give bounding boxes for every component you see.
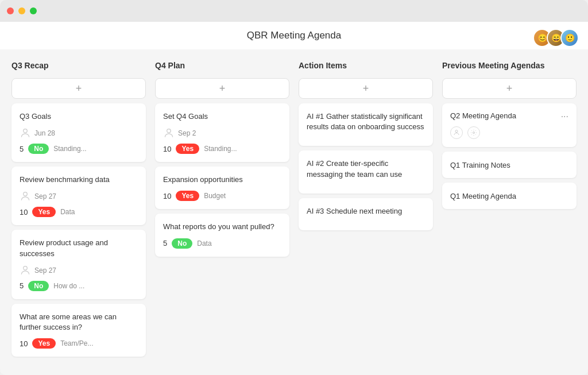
card-q2-meeting: Q2 Meeting Agenda ··· — [442, 103, 577, 147]
svg-point-0 — [24, 129, 28, 133]
person-icon-4 — [163, 127, 175, 139]
q3-goals-tag: Standing... — [53, 145, 86, 153]
card-ai-2: AI #2 Create tier-specific messaging the… — [299, 150, 433, 193]
app-window: QBR Meeting Agenda 😊 😄 🙂 Q3 Recap + Q3 G… — [0, 0, 588, 375]
q1-training-title: Q1 Training Notes — [450, 161, 510, 169]
maximize-button[interactable] — [30, 7, 37, 14]
q4-goals-priority: 10 — [163, 145, 171, 153]
card-benchmarking-bottom: 10 Yes Data — [20, 207, 138, 217]
reports-tag: Data — [197, 239, 211, 248]
person-icon — [20, 127, 31, 139]
card-q3-goals-bottom: 5 No Standing... — [20, 144, 138, 154]
reports-title: What reports do you want pulled? — [163, 222, 281, 232]
q3-goals-date: Jun 28 — [34, 129, 55, 137]
svg-point-2 — [24, 266, 28, 270]
expansion-badge: Yes — [176, 191, 199, 201]
prev-agendas-header: Previous Meeting Agendas — [442, 61, 577, 70]
minimize-button[interactable] — [18, 7, 25, 14]
card-q3-goals-meta: Jun 28 — [20, 127, 138, 139]
benchmarking-tag: Data — [60, 208, 75, 216]
q4-goals-tag: Standing... — [204, 145, 237, 153]
avatar-3: 🙂 — [560, 29, 579, 47]
q1-meeting-title: Q1 Meeting Agenda — [450, 192, 516, 200]
ai-1-title: AI #1 Gather statistically significant r… — [307, 111, 425, 132]
set-q4-goals-title: Set Q4 Goals — [163, 111, 281, 122]
card-areas-success: What are some areas we can further succe… — [11, 304, 146, 357]
q2-meeting-title: Q2 Meeting Agenda — [450, 111, 516, 120]
column-q3-recap: Q3 Recap + Q3 Goals Jun 28 5 No Standing… — [11, 61, 146, 357]
reports-priority: 5 — [163, 239, 167, 248]
titlebar — [0, 0, 588, 22]
card-expansion-bottom: 10 Yes Budget — [163, 191, 281, 201]
board: Q3 Recap + Q3 Goals Jun 28 5 No Standing… — [11, 61, 577, 357]
person-icon-3 — [20, 265, 31, 276]
column-action-items: Action Items + AI #1 Gather statisticall… — [299, 61, 433, 230]
q2-settings-icon — [467, 126, 480, 139]
page-title-bar: QBR Meeting Agenda 😊 😄 🙂 — [0, 22, 588, 49]
svg-point-1 — [24, 192, 28, 196]
review-benchmarking-title: Review benchmarking data — [20, 175, 138, 185]
card-reports-bottom: 5 No Data — [163, 238, 281, 249]
ai-3-title: AI #3 Schedule next meeting — [307, 206, 425, 217]
card-q1-training: Q1 Training Notes — [442, 152, 577, 178]
areas-priority: 10 — [20, 339, 28, 348]
reports-badge: No — [172, 238, 192, 249]
action-items-header: Action Items — [299, 61, 433, 70]
svg-point-5 — [473, 132, 475, 134]
card-q4-goals-bottom: 10 Yes Standing... — [163, 144, 281, 154]
expansion-title: Expansion opportunities — [163, 175, 281, 185]
add-card-q3-recap[interactable]: + — [11, 78, 146, 99]
column-q4-plan: Q4 Plan + Set Q4 Goals Sep 2 10 Yes Stan… — [155, 61, 289, 257]
traffic-lights — [7, 7, 37, 14]
card-areas-bottom: 10 Yes Team/Pe... — [20, 338, 138, 349]
q4-plan-header: Q4 Plan — [155, 61, 289, 70]
card-review-product: Review product usage and successes Sep 2… — [11, 230, 146, 299]
card-expansion: Expansion opportunities 10 Yes Budget — [155, 167, 289, 209]
add-card-action-items[interactable]: + — [299, 78, 433, 99]
svg-point-3 — [167, 129, 171, 133]
areas-success-title: What are some areas we can further succe… — [20, 312, 138, 333]
benchmarking-priority: 10 — [20, 208, 28, 217]
q2-meeting-top-row: Q2 Meeting Agenda ··· — [450, 111, 568, 122]
set-q4-goals-meta: Sep 2 — [163, 127, 281, 139]
product-priority: 5 — [20, 281, 24, 290]
expansion-priority: 10 — [163, 192, 171, 200]
q3-goals-priority: 5 — [20, 145, 24, 153]
areas-tag: Team/Pe... — [60, 339, 93, 347]
q4-goals-date: Sep 2 — [178, 129, 196, 137]
svg-point-4 — [455, 130, 458, 133]
q3-recap-header: Q3 Recap — [11, 61, 146, 70]
card-q3-goals: Q3 Goals Jun 28 5 No Standing... — [11, 103, 146, 162]
add-card-q4-plan[interactable]: + — [155, 78, 289, 99]
ai-2-title: AI #2 Create tier-specific messaging the… — [307, 158, 425, 179]
areas-badge: Yes — [32, 338, 56, 349]
card-reports: What reports do you want pulled? 5 No Da… — [155, 214, 289, 256]
card-product-bottom: 5 No How do ... — [20, 281, 138, 291]
review-benchmarking-meta: Sep 27 — [20, 191, 138, 202]
page-title: QBR Meeting Agenda — [247, 30, 341, 41]
q2-more-button[interactable]: ··· — [561, 111, 568, 122]
avatars-group: 😊 😄 🙂 — [533, 29, 579, 47]
expansion-tag: Budget — [204, 192, 226, 200]
q2-person-icon — [450, 126, 463, 139]
content-area: Q3 Recap + Q3 Goals Jun 28 5 No Standing… — [0, 49, 588, 375]
review-product-meta: Sep 27 — [20, 265, 138, 276]
q2-meeting-icons — [450, 126, 568, 139]
card-review-benchmarking: Review benchmarking data Sep 27 10 Yes D… — [11, 167, 146, 225]
card-set-q4-goals: Set Q4 Goals Sep 2 10 Yes Standing... — [155, 103, 289, 162]
benchmarking-badge: Yes — [32, 207, 56, 217]
product-tag: How do ... — [53, 282, 84, 290]
product-badge: No — [28, 281, 49, 291]
close-button[interactable] — [7, 7, 14, 14]
card-q1-meeting: Q1 Meeting Agenda — [442, 183, 577, 209]
review-product-title: Review product usage and successes — [20, 238, 138, 258]
card-q3-goals-title: Q3 Goals — [20, 111, 138, 122]
card-ai-3: AI #3 Schedule next meeting — [299, 198, 433, 230]
add-card-prev-agendas[interactable]: + — [442, 78, 577, 99]
person-icon-2 — [20, 191, 31, 202]
q3-goals-badge: No — [28, 144, 49, 154]
q4-goals-badge: Yes — [176, 144, 199, 154]
product-date: Sep 27 — [34, 266, 56, 275]
card-ai-1: AI #1 Gather statistically significant r… — [299, 103, 433, 146]
column-prev-agendas: Previous Meeting Agendas + Q2 Meeting Ag… — [442, 61, 577, 209]
